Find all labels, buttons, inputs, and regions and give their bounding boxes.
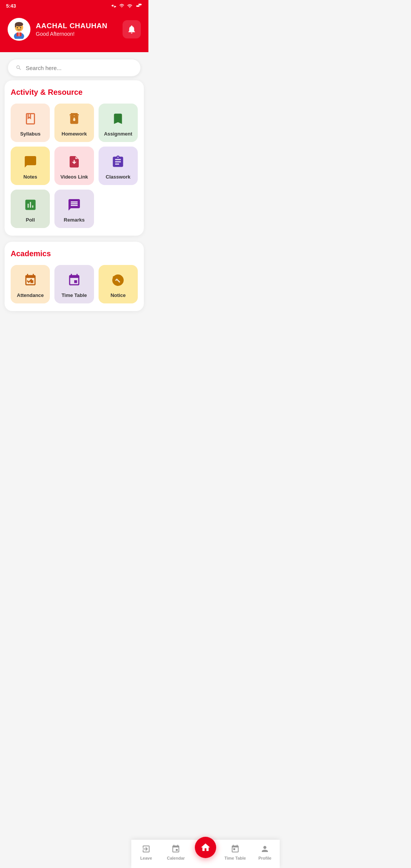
- syllabus-label: Syllabus: [20, 131, 40, 137]
- videos-link-label: Videos Link: [61, 174, 88, 180]
- poll-label: Poll: [26, 217, 35, 223]
- timetable-icon: [66, 272, 83, 289]
- videos-link-icon: [66, 153, 83, 170]
- svg-rect-7: [15, 24, 16, 27]
- remarks-icon: [66, 196, 83, 213]
- status-time: 5:43: [6, 3, 16, 9]
- academics-section-title: Academics: [11, 249, 138, 258]
- classwork-icon: [110, 153, 126, 170]
- user-info: AACHAL CHAUHAN Good Afternoon!: [36, 22, 107, 37]
- notes-item[interactable]: Notes: [11, 147, 50, 185]
- activity-resource-card: Activity & Resource Syllabus: [5, 80, 144, 236]
- activity-grid: Syllabus Homework: [11, 104, 138, 228]
- remarks-label: Remarks: [64, 217, 85, 223]
- notice-icon: [110, 272, 126, 289]
- avatar-image: [10, 20, 29, 39]
- wifi-icon: [119, 3, 125, 9]
- main-content: Activity & Resource Syllabus: [0, 80, 148, 355]
- signal-icon: [127, 3, 132, 9]
- attendance-label: Attendance: [17, 292, 44, 298]
- status-bar: 5:43: [0, 0, 148, 12]
- syllabus-item[interactable]: Syllabus: [11, 104, 50, 142]
- homework-label: Homework: [62, 131, 87, 137]
- classwork-item[interactable]: Classwork: [99, 147, 138, 185]
- videos-link-item[interactable]: Videos Link: [54, 147, 94, 185]
- poll-item[interactable]: Poll: [11, 190, 50, 228]
- battery-icon: [135, 3, 142, 9]
- svg-point-9: [20, 27, 21, 28]
- notes-label: Notes: [24, 174, 37, 180]
- classwork-label: Classwork: [106, 174, 131, 180]
- timetable-label: Time Table: [62, 292, 87, 298]
- homework-icon: [66, 110, 83, 127]
- notification-button[interactable]: [123, 20, 141, 38]
- settings-icon: [111, 3, 116, 9]
- attendance-icon: [22, 272, 39, 289]
- activity-section-title: Activity & Resource: [11, 88, 138, 97]
- notes-icon: [22, 153, 39, 170]
- svg-rect-1: [136, 5, 139, 7]
- search-input[interactable]: [25, 65, 133, 71]
- syllabus-icon: [22, 110, 39, 127]
- homework-item[interactable]: Homework: [54, 104, 94, 142]
- search-icon: [16, 64, 22, 71]
- timetable-item[interactable]: Time Table: [54, 265, 94, 303]
- header: AACHAL CHAUHAN Good Afternoon!: [0, 12, 148, 52]
- status-icons: [111, 3, 142, 9]
- avatar: [8, 18, 30, 41]
- user-name: AACHAL CHAUHAN: [36, 22, 107, 30]
- attendance-item[interactable]: Attendance: [11, 265, 50, 303]
- svg-point-8: [17, 27, 18, 28]
- notice-item[interactable]: Notice: [99, 265, 138, 303]
- user-greeting: Good Afternoon!: [36, 31, 107, 37]
- assignment-item[interactable]: Assignment: [99, 104, 138, 142]
- notice-label: Notice: [110, 292, 126, 298]
- poll-icon: [22, 196, 39, 213]
- header-left: AACHAL CHAUHAN Good Afternoon!: [8, 18, 107, 41]
- assignment-label: Assignment: [104, 131, 132, 137]
- academics-card: Academics Attendance Ti: [5, 242, 144, 311]
- remarks-item[interactable]: Remarks: [54, 190, 94, 228]
- bell-icon: [127, 24, 137, 34]
- svg-rect-2: [140, 6, 140, 6]
- academics-grid: Attendance Time Table: [11, 265, 138, 303]
- search-container: [0, 52, 148, 80]
- search-box[interactable]: [8, 59, 141, 77]
- assignment-icon: [110, 110, 126, 127]
